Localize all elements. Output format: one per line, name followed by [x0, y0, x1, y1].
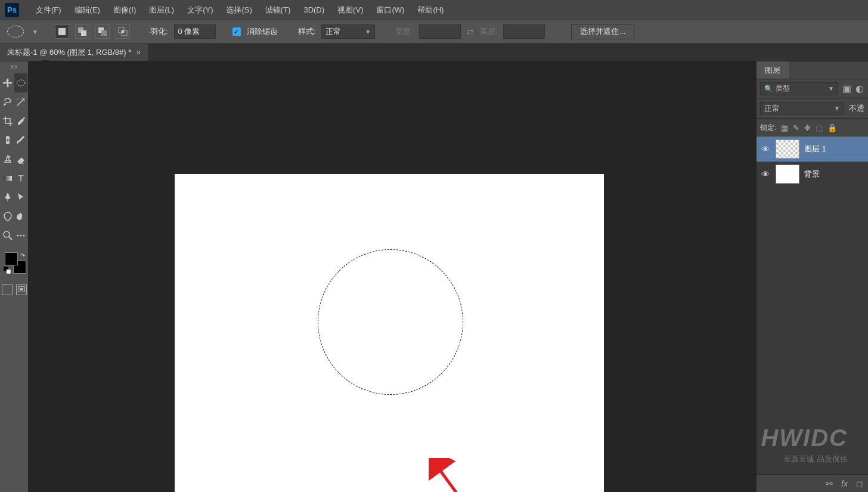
menu-3d[interactable]: 3D(D) [297, 3, 330, 17]
tool-hand[interactable] [14, 207, 27, 226]
feather-label: 羽化: [150, 26, 168, 37]
document-tab-title: 未标题-1 @ 60% (图层 1, RGB/8#) * [7, 47, 131, 58]
height-label: 高度: [480, 26, 498, 37]
toolbox: T ↷ [0, 61, 28, 492]
swap-wh-icon: ⇄ [467, 27, 474, 36]
menu-layer[interactable]: 图层(L) [143, 2, 180, 18]
menu-edit[interactable]: 编辑(E) [69, 2, 106, 18]
menu-filter[interactable]: 滤镜(T) [259, 2, 297, 18]
layer-list: 👁 图层 1 👁 背景 [757, 137, 868, 474]
photoshop-logo: Ps [5, 3, 19, 17]
layer-thumbnail[interactable] [776, 140, 799, 159]
menu-view[interactable]: 视图(V) [331, 2, 369, 18]
elliptical-selection-marquee [318, 249, 463, 395]
menu-help[interactable]: 帮助(H) [411, 2, 450, 18]
tool-zoom[interactable] [1, 226, 14, 245]
svg-rect-10 [4, 176, 12, 181]
svg-point-8 [17, 80, 25, 86]
selection-mode-add[interactable] [75, 24, 89, 39]
color-swatches: ↷ [2, 252, 26, 276]
tool-preset-dropdown[interactable]: ▼ [32, 29, 38, 35]
filter-adjustment-icon[interactable]: ◐ [855, 84, 864, 94]
svg-point-12 [4, 231, 10, 237]
document-tab-close-icon[interactable]: × [136, 48, 141, 57]
layer-thumbnail[interactable] [776, 165, 799, 184]
toolbox-grip[interactable] [5, 65, 23, 69]
canvas-workspace[interactable] [28, 61, 757, 492]
link-layers-icon[interactable]: ⚯ [826, 479, 833, 488]
tool-shape[interactable] [1, 207, 14, 226]
layer-name[interactable]: 图层 1 [804, 144, 826, 154]
lock-pixels-icon[interactable]: ✎ [793, 123, 799, 132]
selection-mode-new[interactable] [55, 24, 69, 39]
menu-type[interactable]: 文字(Y) [181, 2, 219, 18]
svg-rect-19 [20, 288, 23, 290]
svg-line-20 [438, 467, 494, 492]
panels-right: 图层 🔍类型▼ ▣ ◐ 正常▼ 不透 锁定: ▦ ✎ ✥ ⬚ 🔒 👁 图层 1 [757, 61, 868, 492]
layer-mask-icon[interactable]: ◻ [856, 479, 863, 488]
style-select[interactable]: 正常▼ [321, 24, 375, 39]
tool-lasso[interactable] [1, 92, 14, 112]
annotation-arrow [429, 458, 500, 492]
tool-magic-wand[interactable] [14, 92, 27, 112]
svg-rect-17 [7, 270, 11, 274]
menu-file[interactable]: 文件(F) [30, 2, 67, 18]
default-colors-icon[interactable] [4, 265, 11, 276]
width-input [419, 24, 461, 39]
svg-rect-0 [58, 28, 66, 35]
height-input [503, 24, 545, 39]
menu-image[interactable]: 图像(I) [107, 2, 142, 18]
svg-rect-2 [81, 30, 86, 36]
tool-type[interactable]: T [14, 169, 27, 188]
lock-all-icon[interactable]: 🔒 [827, 123, 837, 132]
selection-mode-intersect[interactable] [116, 24, 130, 39]
tool-pen[interactable] [1, 188, 14, 207]
tool-gradient[interactable] [1, 169, 14, 188]
foreground-color[interactable] [5, 252, 18, 265]
layer-name[interactable]: 背景 [804, 169, 820, 180]
tool-eyedropper[interactable] [14, 112, 27, 131]
svg-point-13 [17, 235, 18, 237]
menu-select[interactable]: 选择(S) [220, 2, 258, 18]
svg-point-14 [20, 235, 21, 237]
layer-row-background[interactable]: 👁 背景 [757, 162, 868, 187]
tool-healing-brush[interactable] [1, 131, 14, 150]
lock-transparency-icon[interactable]: ▦ [781, 123, 788, 132]
lock-position-icon[interactable]: ✥ [804, 123, 811, 132]
antialias-label: 消除锯齿 [247, 26, 278, 37]
document-tab[interactable]: 未标题-1 @ 60% (图层 1, RGB/8#) * × [0, 44, 148, 61]
tool-move[interactable] [1, 73, 14, 92]
opacity-label: 不透 [849, 103, 864, 114]
tool-crop[interactable] [1, 112, 14, 131]
layer-visibility-icon[interactable]: 👁 [760, 169, 771, 179]
screen-mode[interactable] [16, 284, 27, 295]
lock-label: 锁定: [760, 123, 776, 133]
antialias-checkbox[interactable]: ✓ [232, 27, 241, 36]
selection-mode-subtract[interactable] [95, 24, 110, 39]
lock-artboard-icon[interactable]: ⬚ [816, 123, 823, 132]
blend-mode-select[interactable]: 正常▼ [760, 102, 844, 115]
tool-clone-stamp[interactable] [1, 150, 14, 169]
svg-point-15 [23, 235, 24, 237]
layer-row-1[interactable]: 👁 图层 1 [757, 137, 868, 162]
style-label: 样式: [298, 26, 316, 37]
layer-fx-icon[interactable]: fx [841, 479, 848, 488]
svg-text:T: T [18, 173, 23, 183]
active-tool-icon [7, 26, 24, 38]
tool-more[interactable] [14, 226, 27, 245]
quickmask-standard[interactable] [2, 284, 13, 295]
layer-filter-select[interactable]: 🔍类型▼ [760, 82, 838, 95]
menu-window[interactable]: 窗口(W) [370, 2, 410, 18]
filter-image-icon[interactable]: ▣ [842, 84, 851, 94]
swap-colors-icon[interactable]: ↷ [20, 252, 25, 259]
tool-eraser[interactable] [14, 150, 27, 169]
layers-panel-tab[interactable]: 图层 [757, 61, 789, 79]
select-and-mask-button[interactable]: 选择并遮住... [571, 24, 634, 39]
tool-elliptical-marquee[interactable] [14, 73, 27, 92]
tool-path-selection[interactable] [14, 188, 27, 207]
layer-visibility-icon[interactable]: 👁 [760, 144, 771, 154]
feather-input[interactable] [174, 24, 216, 39]
tool-brush[interactable] [14, 131, 27, 150]
width-label: 宽度: [395, 26, 413, 37]
svg-rect-4 [101, 30, 107, 36]
